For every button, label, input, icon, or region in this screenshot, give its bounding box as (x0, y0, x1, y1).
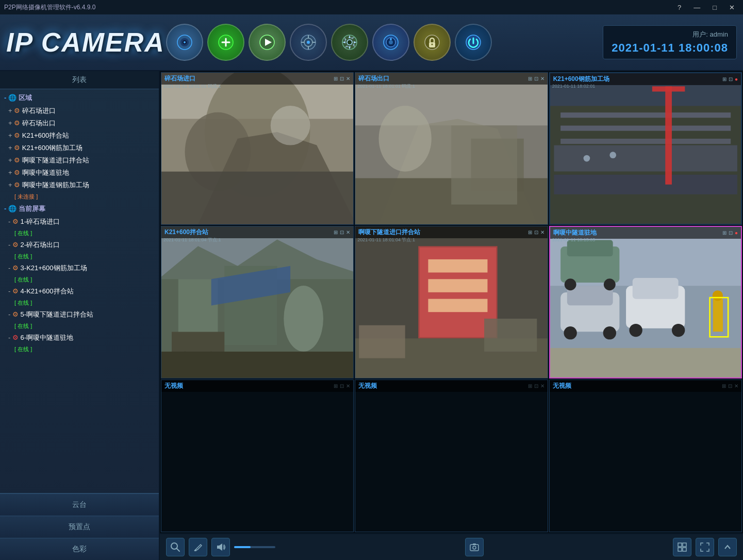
video-cell-7[interactable]: 无视频 ⊞⊡✕ (161, 380, 354, 532)
svg-rect-39 (451, 125, 517, 204)
video-cell-9-icons: ⊞⊡✕ (722, 383, 738, 389)
video-feed-3 (550, 73, 741, 224)
svg-point-85 (604, 278, 616, 290)
search-button[interactable] (166, 538, 185, 556)
video-cell-9-title: 无视频 (553, 382, 571, 390)
svg-rect-68 (428, 299, 488, 312)
svg-rect-48 (665, 86, 672, 184)
lock-button[interactable] (414, 24, 451, 61)
svg-rect-71 (359, 325, 405, 358)
play-button[interactable] (249, 24, 286, 61)
video-cell-4-title: K21+600拌合站 (164, 228, 208, 237)
video-cell-2-title: 碎石场出口 (358, 74, 389, 83)
snapshot-button[interactable] (465, 538, 484, 556)
sidebar-item-tunnel-in[interactable]: + ⚙ 啊嗄下隧道进口拌合站 (0, 154, 159, 167)
video-cell-1-meta: 2021-01-11 18:01:01 码流:1 (163, 83, 221, 90)
sidebar-item-crushed-stone-out[interactable]: + ⚙ 碎石场出口 (0, 117, 159, 129)
bottom-bar (160, 533, 743, 560)
sidebar-status-1: [ 在线 ] (0, 228, 159, 239)
video-cell-3-meta: 2021-01-11 18:02:01 (552, 84, 596, 89)
video-area: 碎石场进口 ⊞⊡✕ 2021-01-11 18:01:01 码流:1 (160, 71, 743, 560)
sidebar-item-1-crush-in[interactable]: - ⚙ 1-碎石场进口 (0, 216, 159, 228)
video-cell-6-icons: ⊞⊡● (722, 230, 738, 236)
video-cell-5-icons: ⊞⊡✕ (528, 229, 544, 235)
svg-rect-94 (470, 545, 478, 551)
volume-button[interactable] (211, 538, 230, 556)
ptz-panel-button[interactable]: 云台 (0, 493, 159, 516)
svg-rect-86 (713, 299, 723, 332)
sidebar-item-5-tunnel-in[interactable]: - ⚙ 5-啊嗄下隧道进口拌合站 (0, 308, 159, 321)
svg-point-95 (473, 546, 476, 549)
sidebar-item-tunnel-steel[interactable]: + ⚙ 啊嗄中隧道钢筋加工场 (0, 179, 159, 191)
sidebar-section-region[interactable]: - 🌐 区域 (0, 91, 159, 105)
svg-point-24 (432, 44, 433, 45)
sidebar-section-current[interactable]: - 🌐 当前屏幕 (0, 202, 159, 216)
sidebar: 列表 - 🌐 区域 + ⚙ 碎石场进口 + ⚙ 碎石场出口 + ⚙ K21+60… (0, 71, 160, 560)
sidebar-item-2-crush-out[interactable]: - ⚙ 2-碎石场出口 (0, 239, 159, 251)
svg-rect-70 (484, 319, 537, 352)
video-cell-3-title: K21+600钢筋加工场 (553, 75, 609, 84)
svg-rect-46 (554, 145, 737, 172)
video-cell-8[interactable]: 无视频 ⊞⊡✕ (355, 380, 548, 532)
video-cell-4-icons: ⊞⊡✕ (334, 229, 350, 235)
scroll-up-button[interactable] (718, 538, 737, 556)
camera-button[interactable] (166, 24, 203, 61)
record-button[interactable] (372, 24, 409, 61)
main-container: 列表 - 🌐 区域 + ⚙ 碎石场进口 + ⚙ 碎石场出口 + ⚙ K21+60… (0, 71, 743, 560)
ptz-button[interactable] (290, 24, 327, 61)
sidebar-item-tunnel-mid[interactable]: + ⚙ 啊嗄中隧道驻地 (0, 167, 159, 179)
close-button[interactable]: ✕ (725, 3, 739, 12)
grid-layout-button[interactable] (673, 538, 691, 556)
sidebar-item-3-k21-steel[interactable]: - ⚙ 3-K21+600钢筋加工场 (0, 262, 159, 274)
bottom-right-buttons (673, 538, 737, 556)
video-grid: 碎石场进口 ⊞⊡✕ 2021-01-11 18:01:01 码流:1 (160, 71, 743, 533)
fullscreen-button[interactable] (696, 538, 714, 556)
title-bar: P2P网络摄像机管理软件-v6.4.9.0 ? — □ ✕ (0, 0, 743, 14)
video-cell-4[interactable]: K21+600拌合站 ⊞⊡✕ 2021-01-11 18:01:04 节点:1 (161, 226, 354, 378)
help-button[interactable]: ? (673, 3, 685, 12)
volume-slider-container[interactable] (234, 546, 275, 548)
sidebar-status-3: [ 在线 ] (0, 274, 159, 285)
sidebar-item-k21-steel[interactable]: + ⚙ K21+600钢筋加工场 (0, 142, 159, 154)
svg-rect-44 (560, 126, 731, 131)
volume-fill (234, 546, 251, 548)
sidebar-status-4: [ 在线 ] (0, 298, 159, 308)
video-cell-4-meta: 2021-01-11 18:01:04 节点:1 (163, 237, 221, 243)
svg-rect-88 (550, 348, 741, 377)
power-button[interactable] (455, 24, 492, 61)
video-cell-5[interactable]: 啊嗄下隧道进口拌合站 ⊞⊡✕ 2021-01-11 18:01:04 节点:1 (355, 226, 548, 378)
svg-rect-98 (683, 543, 686, 547)
title-bar-text: P2P网络摄像机管理软件-v6.4.9.0 (4, 3, 95, 12)
edit-button[interactable] (189, 538, 207, 556)
video-cell-2-icons: ⊞⊡✕ (528, 76, 544, 81)
video-cell-3[interactable]: K21+600钢筋加工场 ⊞⊡● 2021-01-11 18:02:01 (549, 72, 742, 225)
volume-slider[interactable] (234, 546, 275, 548)
svg-point-32 (271, 106, 310, 145)
svg-point-84 (564, 278, 576, 290)
minimize-button[interactable]: — (689, 3, 704, 12)
svg-point-50 (583, 155, 590, 162)
svg-rect-96 (473, 543, 476, 545)
sidebar-item-4-k21-mixing[interactable]: - ⚙ 4-K21+600拌合站 (0, 285, 159, 298)
video-cell-9[interactable]: 无视频 ⊞⊡✕ (549, 380, 742, 532)
video-cell-8-title: 无视频 (358, 382, 377, 390)
settings-button[interactable] (331, 24, 368, 61)
maximize-button[interactable]: □ (708, 3, 721, 12)
svg-point-87 (712, 290, 722, 301)
sidebar-tree[interactable]: - 🌐 区域 + ⚙ 碎石场进口 + ⚙ 碎石场出口 + ⚙ K21+600拌合… (0, 89, 159, 493)
header: IP CAMERA (0, 14, 743, 71)
sidebar-item-6-tunnel-mid[interactable]: - ⚙ 6-啊嗄中隧道驻地 (0, 332, 159, 344)
color-button[interactable]: 色彩 (0, 538, 159, 560)
video-cell-6[interactable]: 啊嗄中隧道驻地 ⊞⊡● 2021-01-11 18:15:05 (549, 226, 742, 378)
sidebar-item-k21-mixing[interactable]: + ⚙ K21+600拌合站 (0, 129, 159, 142)
video-cell-1[interactable]: 碎石场进口 ⊞⊡✕ 2021-01-11 18:01:01 码流:1 (161, 72, 354, 225)
svg-point-90 (171, 543, 177, 549)
video-cell-5-title: 啊嗄下隧道进口拌合站 (358, 228, 420, 237)
preset-button[interactable]: 预置点 (0, 516, 159, 538)
video-cell-9-header: 无视频 ⊞⊡✕ (550, 380, 741, 392)
add-button[interactable] (207, 24, 244, 61)
svg-rect-66 (428, 259, 488, 273)
sidebar-item-crushed-stone-in[interactable]: + ⚙ 碎石场进口 (0, 105, 159, 117)
video-cell-2[interactable]: 碎石场出口 ⊞⊡✕ 2021-01-11 18:01:01 码流:1 (355, 72, 548, 225)
video-cell-8-icons: ⊞⊡✕ (528, 383, 544, 389)
